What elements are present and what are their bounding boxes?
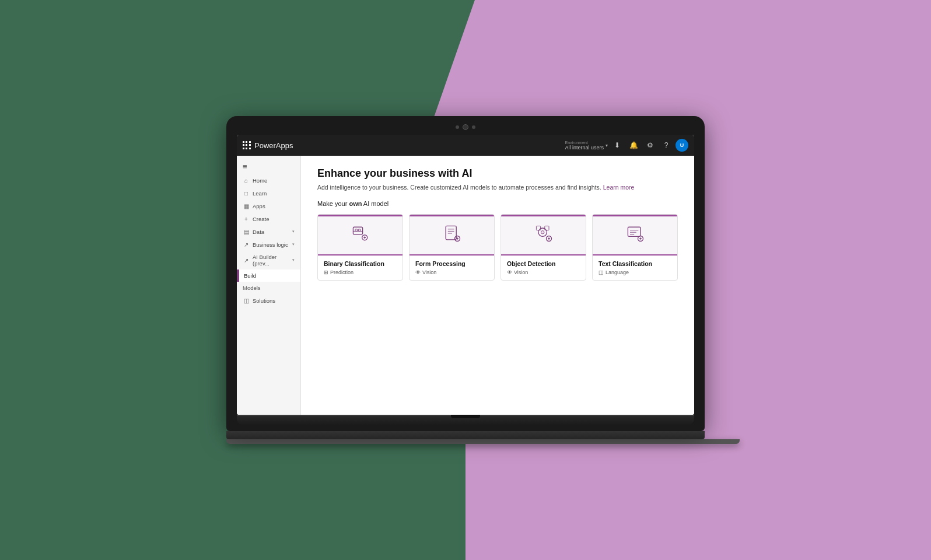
svg-point-15 <box>541 230 544 233</box>
binary-classification-icon <box>350 223 371 246</box>
card-top-form <box>410 215 494 256</box>
sidebar-item-home[interactable]: ⌂ Home <box>237 174 300 187</box>
chevron-down-icon: ▾ <box>606 143 608 148</box>
create-icon: + <box>243 215 250 222</box>
sidebar-label-models: Models <box>243 285 261 291</box>
tag-label-form: Vision <box>422 270 436 275</box>
laptop-base <box>237 415 694 425</box>
card-top-object <box>501 215 586 256</box>
sidebar-item-create[interactable]: + Create <box>237 212 300 225</box>
camera-dot-left <box>456 125 459 129</box>
sidebar-item-models[interactable]: Models <box>237 282 300 294</box>
sidebar-label-data: Data <box>253 229 264 235</box>
topbar-right: Environment All internal users ▾ ⬇ 🔔 ⚙ ?… <box>565 138 688 152</box>
topbar: PowerApps Environment All internal users… <box>237 135 694 156</box>
card-body-text: Text Classification ◫ Language <box>593 256 677 280</box>
card-tag-text: ◫ Language <box>598 270 671 275</box>
sidebar-label-apps: Apps <box>253 203 265 209</box>
sidebar-label-learn: Learn <box>253 190 267 197</box>
sidebar-item-solutions[interactable]: ◫ Solutions <box>237 294 300 307</box>
sidebar-item-ai-builder[interactable]: ↗ AI Builder (prev... ▾ <box>237 251 300 270</box>
sidebar-hamburger[interactable]: ≡ <box>237 159 300 174</box>
sidebar-label-solutions: Solutions <box>253 298 275 304</box>
card-body-object: Object Detection 👁 Vision <box>501 256 586 280</box>
avatar[interactable]: U <box>676 139 688 152</box>
card-tag-binary: ⊞ Prediction <box>324 270 397 275</box>
settings-button[interactable]: ⚙ <box>643 138 657 152</box>
camera-dot-right <box>472 125 475 129</box>
card-body-form: Form Processing 👁 Vision <box>410 256 494 280</box>
sidebar-item-build[interactable]: Build <box>237 270 300 282</box>
svg-rect-0 <box>353 227 362 235</box>
card-top-binary <box>318 215 402 256</box>
svg-rect-1 <box>355 229 358 231</box>
cards-grid: Binary Classification ⊞ Prediction <box>317 214 678 281</box>
learn-more-link[interactable]: Learn more <box>603 184 635 191</box>
card-title-form: Form Processing <box>415 260 488 267</box>
env-label: Environment <box>565 141 604 145</box>
screen: PowerApps Environment All internal users… <box>237 135 694 415</box>
sidebar-label-build: Build <box>244 272 256 279</box>
topbar-brand: PowerApps <box>243 141 293 150</box>
ai-icon: ↗ <box>243 257 250 264</box>
card-tag-form: 👁 Vision <box>415 270 488 275</box>
laptop-camera <box>237 124 694 130</box>
card-title-text: Text Classification <box>598 260 671 267</box>
card-object-detection[interactable]: Object Detection 👁 Vision <box>501 214 586 281</box>
bell-button[interactable]: 🔔 <box>626 138 640 152</box>
laptop-screen-outer: PowerApps Environment All internal users… <box>226 116 705 431</box>
chevron-down-icon: ▾ <box>292 242 295 247</box>
environment-selector[interactable]: Environment All internal users ▾ <box>565 141 608 150</box>
env-value: All internal users <box>565 145 604 150</box>
chevron-down-icon: ▾ <box>292 229 295 234</box>
logic-icon: ↗ <box>243 241 250 248</box>
section-label: Make your own AI model <box>317 200 678 207</box>
language-icon: ◫ <box>598 270 604 275</box>
card-title-binary: Binary Classification <box>324 260 397 267</box>
section-label-bold: own <box>349 200 362 207</box>
waffle-icon[interactable] <box>243 141 251 149</box>
laptop: PowerApps Environment All internal users… <box>226 116 705 444</box>
vision-icon: 👁 <box>507 270 512 275</box>
card-binary-classification[interactable]: Binary Classification ⊞ Prediction <box>317 214 403 281</box>
sidebar-item-business-logic[interactable]: ↗ Business logic ▾ <box>237 238 300 251</box>
object-detection-icon <box>533 223 554 246</box>
card-tag-object: 👁 Vision <box>507 270 580 275</box>
card-body-binary: Binary Classification ⊞ Prediction <box>318 256 402 280</box>
chevron-down-icon: ▾ <box>292 258 295 262</box>
sidebar-label-ai-builder: AI Builder (prev... <box>253 254 289 267</box>
laptop-stand <box>226 431 705 439</box>
card-form-processing[interactable]: Form Processing 👁 Vision <box>409 214 495 281</box>
tag-label-binary: Prediction <box>330 270 354 275</box>
main-area: ≡ ⌂ Home □ Learn ▦ Apps + <box>237 156 694 415</box>
apps-icon: ▦ <box>243 202 250 209</box>
home-icon: ⌂ <box>243 177 250 184</box>
sidebar-label-business-logic: Business logic <box>253 242 288 248</box>
page-subtitle: Add intelligence to your business. Creat… <box>317 183 678 192</box>
sidebar-item-apps[interactable]: ▦ Apps <box>237 200 300 212</box>
camera-lens <box>463 124 468 130</box>
sidebar: ≡ ⌂ Home □ Learn ▦ Apps + <box>237 156 301 415</box>
app-name: PowerApps <box>254 141 293 150</box>
form-processing-icon <box>442 223 463 246</box>
learn-icon: □ <box>243 190 250 197</box>
vision-icon: 👁 <box>415 270 421 275</box>
solutions-icon: ◫ <box>243 297 250 304</box>
sidebar-label-create: Create <box>253 216 270 222</box>
laptop-notch <box>451 415 480 418</box>
sidebar-item-learn[interactable]: □ Learn <box>237 187 300 200</box>
card-title-object: Object Detection <box>507 260 580 267</box>
download-button[interactable]: ⬇ <box>610 138 624 152</box>
laptop-foot <box>226 439 740 444</box>
sidebar-item-data[interactable]: ▤ Data ▾ <box>237 225 300 238</box>
svg-rect-21 <box>628 227 640 236</box>
card-top-text <box>593 215 677 256</box>
help-button[interactable]: ? <box>659 138 673 152</box>
tag-label-object: Vision <box>514 270 528 275</box>
data-icon: ▤ <box>243 228 250 235</box>
prediction-icon: ⊞ <box>324 270 328 275</box>
tag-label-text: Language <box>606 270 629 275</box>
card-text-classification[interactable]: Text Classification ◫ Language <box>592 214 678 281</box>
page-title: Enhance your business with AI <box>317 167 678 180</box>
sidebar-label-home: Home <box>253 177 267 184</box>
